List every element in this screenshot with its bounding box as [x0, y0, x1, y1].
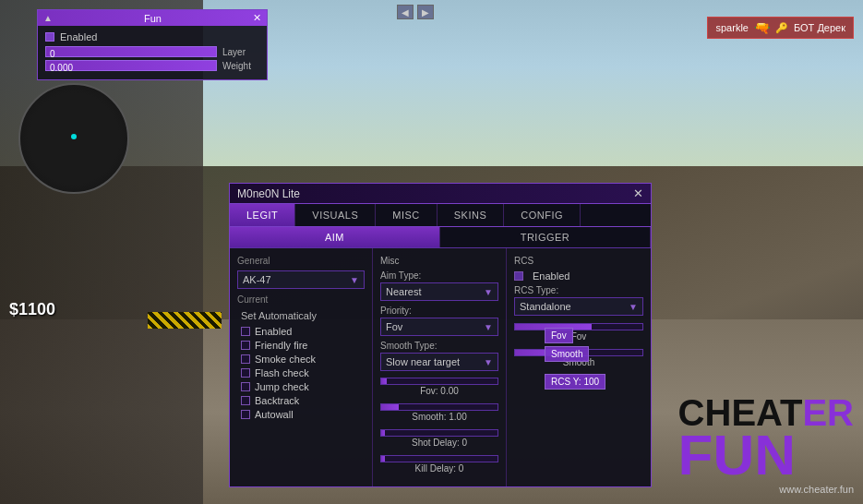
cb-row-autowall: Autowall	[237, 409, 365, 420]
weight-label: Weight	[222, 61, 259, 71]
layer-slider[interactable]: 0	[45, 46, 217, 57]
shot-delay-label: Shot Delay: 0	[380, 438, 498, 448]
sub-tab-trigger[interactable]: TRIGGER	[440, 227, 651, 247]
fun-panel: ▲ Fun ✕ Enabled 0 Layer 0.000 Weight	[37, 9, 268, 80]
cb-autowall-label: Autowall	[255, 409, 294, 420]
cb-backtrack-label: Backtrack	[255, 395, 299, 406]
key-icon: 🔑	[775, 22, 788, 34]
rcs-fov-slider[interactable]	[514, 323, 643, 330]
aim-type-value: Nearest	[386, 286, 422, 297]
watermark-text-block: CHEATER FUN	[678, 394, 854, 480]
smooth-slider[interactable]	[380, 403, 498, 411]
sub-tab-aim[interactable]: AIM	[230, 227, 440, 247]
priority-arrow-icon: ▼	[484, 322, 493, 332]
smooth-indicator: Smooth	[545, 346, 589, 362]
tab-visuals[interactable]: VISUALS	[295, 204, 376, 226]
cb-row-smoke-check: Smoke check	[237, 354, 365, 365]
kill-delay-slider[interactable]	[380, 455, 498, 462]
drag-arrow-icon: ▲	[43, 13, 53, 23]
cb-smoke-check[interactable]	[241, 354, 250, 364]
fun-text: FUN	[678, 431, 854, 480]
player-info-bar: sparkle 🔫 🔑 БОТ Дерек	[707, 17, 854, 39]
weapon-value: AK-47	[243, 274, 271, 285]
cb-enabled-label: Enabled	[255, 326, 292, 337]
smooth-slider-label: Smooth: 1.00	[380, 412, 498, 422]
layer-value: 0	[46, 49, 55, 59]
cb-row-enabled: Enabled	[237, 326, 365, 337]
enabled-checkbox[interactable]	[45, 32, 54, 42]
weapon-dropdown[interactable]: AK-47 ▼	[237, 270, 365, 289]
cb-jump-check-label: Jump check	[255, 381, 309, 392]
tab-legit[interactable]: LEGIT	[230, 204, 295, 226]
right-column: RCS Enabled RCS Type: Standalone ▼ Fov	[507, 248, 651, 486]
cb-row-flash-check: Flash check	[237, 367, 365, 378]
rcs-section-title: RCS	[514, 256, 643, 266]
cheater-er: ER	[802, 392, 854, 433]
aim-type-dropdown[interactable]: Nearest ▼	[380, 282, 498, 301]
rcs-enabled-label: Enabled	[533, 270, 569, 282]
fov-slider-fill	[381, 378, 387, 384]
rcs-type-dropdown[interactable]: Standalone ▼	[514, 297, 643, 316]
fov-slider-row: Fov: 0.00	[380, 376, 498, 396]
cb-friendly-fire-label: Friendly fire	[255, 340, 307, 351]
layer-slider-row: 0 Layer	[45, 46, 259, 57]
rcs-fov-label: Fov	[514, 331, 643, 342]
weapon-dropdown-arrow-icon: ▼	[350, 275, 359, 285]
rcs-y-indicator: RCS Y: 100	[545, 374, 605, 390]
weight-value: 0.000	[46, 63, 73, 73]
cb-backtrack[interactable]	[241, 396, 250, 405]
panel-titlebar[interactable]: M0ne0N Lite ✕	[230, 184, 651, 204]
smooth-slider-row: Smooth: 1.00	[380, 402, 498, 422]
kill-delay-label: Kill Delay: 0	[380, 463, 498, 474]
money-display: $1100	[9, 300, 55, 319]
panel-title: M0ne0N Lite	[237, 187, 300, 200]
cb-enabled[interactable]	[241, 327, 250, 336]
fov-slider-label: Fov: 0.00	[380, 386, 498, 396]
aim-type-arrow-icon: ▼	[484, 287, 493, 297]
panel-close-button[interactable]: ✕	[633, 186, 643, 200]
cb-autowall[interactable]	[241, 410, 250, 419]
smooth-type-arrow-icon: ▼	[484, 357, 493, 367]
rcs-enabled-checkbox[interactable]	[514, 271, 523, 281]
cb-row-friendly-fire: Friendly fire	[237, 340, 365, 351]
priority-dropdown[interactable]: Fov ▼	[380, 318, 498, 336]
fun-panel-titlebar[interactable]: ▲ Fun ✕	[38, 10, 267, 26]
shot-delay-fill	[381, 430, 385, 436]
rcs-type-label: RCS Type:	[514, 285, 643, 295]
smooth-type-value: Slow near target	[386, 356, 460, 367]
middle-column: Misc Aim Type: Nearest ▼ Priority: Fov ▼…	[373, 248, 507, 486]
tab-skins[interactable]: SKINS	[437, 204, 505, 226]
aim-type-label: Aim Type:	[380, 270, 498, 281]
cb-flash-check[interactable]	[241, 368, 250, 378]
smooth-type-dropdown[interactable]: Slow near target ▼	[380, 353, 498, 371]
cb-jump-check[interactable]	[241, 382, 250, 391]
tab-misc[interactable]: MISC	[376, 204, 437, 226]
weight-slider[interactable]: 0.000	[45, 60, 217, 71]
main-tab-bar: LEGIT VISUALS MISC SKINS CONFIG	[230, 204, 651, 227]
smooth-slider-fill	[381, 404, 399, 410]
cb-friendly-fire[interactable]	[241, 341, 250, 350]
gun-icon: 🔫	[754, 20, 770, 35]
rcs-type-value: Standalone	[520, 301, 571, 312]
cheat-panel: M0ne0N Lite ✕ LEGIT VISUALS MISC SKINS C…	[229, 183, 652, 487]
watermark: CHEATER FUN www.cheater.fun	[678, 394, 854, 495]
nav-left-button[interactable]: ◀	[397, 5, 414, 19]
shot-delay-slider[interactable]	[380, 429, 498, 437]
fov-slider[interactable]	[380, 378, 498, 385]
hazard-stripe	[148, 312, 222, 329]
general-section-label: General	[237, 256, 365, 266]
set-automatically-button[interactable]: Set Automaticaly	[237, 308, 365, 323]
rcs-fov-slider-row: Fov	[514, 321, 643, 342]
weight-slider-row: 0.000 Weight	[45, 60, 259, 71]
priority-label: Priority:	[380, 306, 498, 316]
rcs-type-arrow-icon: ▼	[629, 302, 638, 312]
nav-right-button[interactable]: ▶	[417, 5, 434, 19]
enabled-label: Enabled	[60, 31, 97, 42]
radar-player-dot	[71, 134, 77, 139]
current-section-label: Current	[237, 294, 365, 305]
kill-delay-fill	[381, 456, 385, 462]
tab-config[interactable]: CONFIG	[504, 204, 581, 226]
fun-panel-close-button[interactable]: ✕	[253, 12, 261, 24]
fov-indicator: Fov	[545, 328, 573, 343]
smooth-type-label: Smooth Type:	[380, 341, 498, 351]
